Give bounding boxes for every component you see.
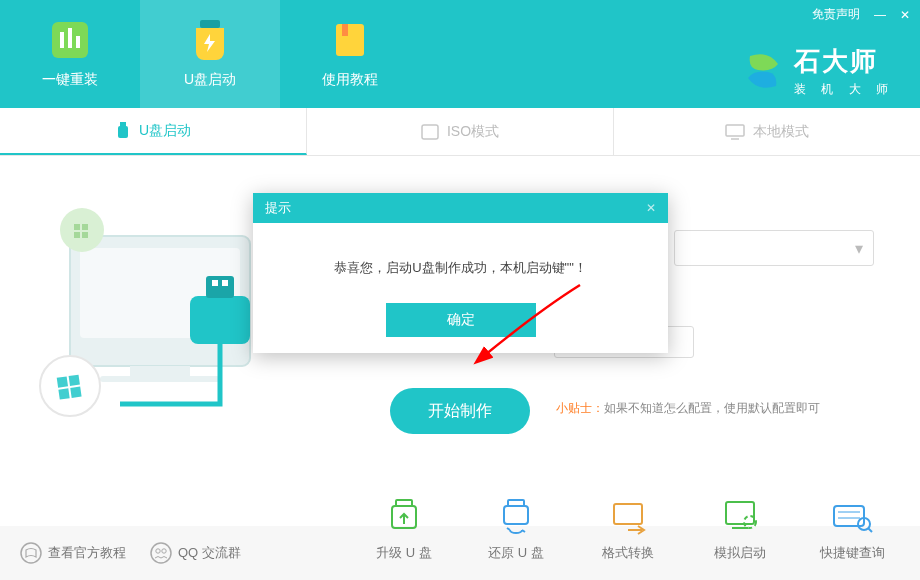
dialog-ok-label: 确定 bbox=[447, 311, 475, 329]
dialog-ok-button[interactable]: 确定 bbox=[386, 303, 536, 337]
dialog-mask: 提示 ✕ 恭喜您，启动U盘制作成功，本机启动键""！ 确定 bbox=[0, 0, 920, 580]
success-dialog: 提示 ✕ 恭喜您，启动U盘制作成功，本机启动键""！ 确定 bbox=[253, 193, 668, 353]
dialog-title: 提示 bbox=[265, 199, 291, 217]
dialog-message: 恭喜您，启动U盘制作成功，本机启动键""！ bbox=[253, 223, 668, 303]
dialog-footer: 确定 bbox=[253, 303, 668, 353]
dialog-header: 提示 ✕ bbox=[253, 193, 668, 223]
dialog-close-button[interactable]: ✕ bbox=[646, 201, 656, 215]
